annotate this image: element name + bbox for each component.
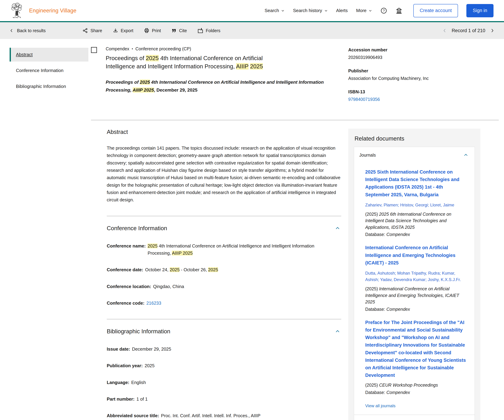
- record-identifiers: Accession number 20260319906493 Publishe…: [348, 46, 486, 110]
- record-meta-line: Compendex • Conference proceeding (CP): [106, 46, 339, 51]
- related-journal-item: 2025 Sixth International Conference on I…: [354, 162, 475, 238]
- related-journal-source: (2025) International Conference on Artif…: [365, 286, 468, 305]
- isbn-link[interactable]: 9798400719356: [348, 97, 486, 102]
- conference-date-field: Conference date: October 24, 2025 - Octo…: [107, 266, 334, 273]
- bibliographic-information-section: Bibliographic Information Issue date: De…: [107, 319, 341, 420]
- abstract-section: Abstract The proceedings contain 141 pap…: [107, 120, 341, 204]
- related-journal-source: (2025) 2025 6th International Conference…: [365, 211, 468, 231]
- record-title: Proceedings of 2025 4th International Co…: [106, 54, 275, 71]
- cite-button[interactable]: Cite: [171, 28, 187, 33]
- quote-icon: [171, 28, 177, 33]
- database-label: Compendex: [106, 46, 129, 51]
- share-button[interactable]: Share: [82, 28, 102, 33]
- record-checkbox[interactable]: [91, 47, 97, 53]
- chevron-down-icon: [462, 419, 469, 420]
- publication-year-field: Publication year: 2025: [107, 362, 334, 369]
- record-navigation: Record 1 of 210: [443, 28, 494, 33]
- conference-name-field: Conference name: 2025 4th International …: [107, 242, 334, 257]
- record-toolbar: Back to results Share Export: [0, 22, 504, 39]
- nav-search[interactable]: Search: [264, 8, 285, 13]
- collapse-section-icon[interactable]: [334, 328, 341, 335]
- related-journal-title-link[interactable]: Preface for The Joint Proceedings of the…: [365, 319, 468, 379]
- conference-information-heading: Conference Information: [107, 225, 167, 232]
- folders-button[interactable]: Folders: [197, 28, 220, 34]
- record-sidebar: Abstract Conference Information Bibliogr…: [10, 46, 88, 95]
- language-field: Language: English: [107, 379, 334, 386]
- publisher-value: Association for Computing Machinery, Inc: [348, 76, 486, 81]
- create-account-button[interactable]: Create account: [413, 4, 458, 17]
- nav-alerts[interactable]: Alerts: [336, 8, 348, 13]
- related-journal-item: Preface for The Joint Proceedings of the…: [354, 313, 475, 396]
- share-icon: [82, 28, 88, 33]
- abstract-text: The proceedings contain 141 papers. The …: [107, 144, 341, 204]
- view-all-journals-link[interactable]: View all journals: [354, 396, 475, 414]
- nav-more[interactable]: More: [356, 8, 372, 13]
- related-journal-title-link[interactable]: 2025 Sixth International Conference on I…: [365, 168, 468, 198]
- abbreviated-source-title-field: Abbreviated source title: Proc. Int. Con…: [107, 412, 334, 419]
- chevron-down-icon: [324, 9, 328, 12]
- record-subtitle: Proceedings of 2025 4th International Co…: [106, 78, 339, 94]
- folder-add-icon: [197, 28, 203, 34]
- export-button[interactable]: Export: [113, 28, 133, 33]
- bullet-separator: •: [132, 47, 133, 51]
- conference-information-section: Conference Information Conference name: …: [107, 216, 341, 307]
- chevron-down-icon: [369, 9, 372, 12]
- page-body: Abstract Conference Information Bibliogr…: [0, 39, 504, 420]
- previous-record-icon[interactable]: [443, 28, 447, 33]
- isbn-label: ISBN-13: [348, 89, 486, 94]
- related-journal-database: Database: Compendex: [365, 307, 468, 313]
- accession-number-value: 20260319906493: [348, 55, 486, 60]
- related-documents-heading: Related documents: [354, 135, 475, 142]
- top-header: Engineering Village Search Search histor…: [0, 0, 504, 22]
- header-nav: Search Search history Alerts More ?: [264, 4, 493, 17]
- bibliographic-information-heading: Bibliographic Information: [107, 328, 170, 335]
- app-title: Engineering Village: [29, 7, 76, 14]
- related-journal-item: International Conference on Artificial I…: [354, 238, 475, 313]
- related-journal-authors-link[interactable]: Dutta, Ashutosh; Mohan Tripathy, Rudra; …: [365, 270, 468, 283]
- document-type-label: Conference proceeding (CP): [135, 46, 191, 51]
- svg-text:?: ?: [383, 9, 385, 12]
- sidebar-item-abstract[interactable]: Abstract: [10, 48, 88, 62]
- toolbar-actions: Share Export Print: [82, 28, 220, 34]
- brand[interactable]: Engineering Village: [10, 2, 77, 19]
- issue-date-field: Issue date: December 29, 2025: [107, 345, 334, 353]
- record-content: Compendex • Conference proceeding (CP) P…: [88, 46, 499, 420]
- related-journal-database: Database: Compendex: [365, 232, 468, 238]
- conferences-accordion-header[interactable]: Conferences: [354, 414, 475, 420]
- sidebar-item-conference-information[interactable]: Conference Information: [10, 64, 88, 77]
- related-journal-database: Database: Compendex: [365, 390, 468, 396]
- chevron-up-icon: [462, 152, 469, 158]
- part-number-field: Part number: 1 of 1: [107, 396, 334, 403]
- conference-location-field: Conference location: Qingdao, China: [107, 283, 334, 290]
- download-icon: [113, 28, 118, 33]
- help-icon[interactable]: ?: [380, 7, 387, 14]
- printer-icon: [144, 28, 150, 33]
- publisher-label: Publisher: [348, 68, 486, 73]
- conference-code-link[interactable]: 216233: [146, 300, 161, 307]
- print-button[interactable]: Print: [144, 28, 161, 33]
- record-title-block: Compendex • Conference proceeding (CP) P…: [91, 46, 348, 110]
- journals-accordion-header[interactable]: Journals: [354, 147, 475, 162]
- chevron-left-icon: [10, 28, 14, 33]
- chevron-down-icon: [281, 9, 285, 12]
- collapse-section-icon[interactable]: [334, 225, 341, 232]
- next-record-icon[interactable]: [490, 28, 494, 33]
- sign-in-button[interactable]: Sign in: [466, 4, 493, 17]
- nav-search-history[interactable]: Search history: [293, 8, 328, 13]
- related-journal-title-link[interactable]: International Conference on Artificial I…: [365, 244, 468, 267]
- back-to-results-button[interactable]: Back to results: [10, 28, 46, 33]
- related-documents-panel: Related documents Journals 2025 Sixth In…: [348, 129, 480, 420]
- related-documents-card: Journals 2025 Sixth International Confer…: [354, 147, 475, 420]
- conference-code-field: Conference code: 216233: [107, 300, 334, 307]
- institution-icon[interactable]: [396, 7, 402, 14]
- accession-number-label: Accession number: [348, 47, 486, 52]
- abstract-heading: Abstract: [107, 129, 128, 135]
- record-header: Compendex • Conference proceeding (CP) P…: [91, 46, 499, 120]
- related-journal-authors-link[interactable]: Zahariev, Plamen; Hristov, Georgi; Llore…: [365, 202, 468, 208]
- record-position: Record 1 of 210: [452, 28, 485, 33]
- sidebar-item-bibliographic-information[interactable]: Bibliographic Information: [10, 80, 88, 93]
- elsevier-tree-logo-icon: [10, 2, 24, 19]
- record-details-column: Abstract The proceedings contain 141 pap…: [91, 120, 341, 420]
- related-journal-source: (2025) CEUR Workshop Proceedings: [365, 382, 468, 389]
